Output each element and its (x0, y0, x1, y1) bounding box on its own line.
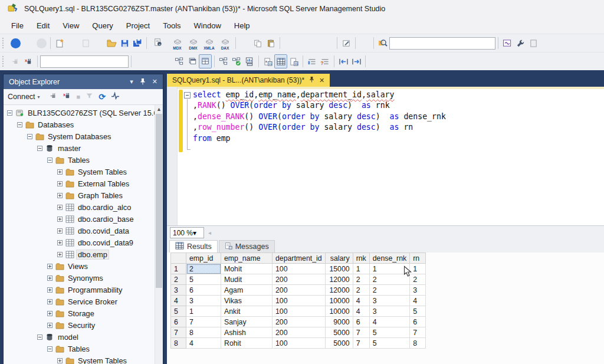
grid-cell[interactable]: Ankit (221, 306, 273, 317)
grid-cell[interactable]: Sanjay (221, 317, 273, 327)
tree-item-model[interactable]: model (4, 331, 155, 343)
copy-icon[interactable] (251, 36, 264, 50)
comment-icon[interactable] (306, 54, 319, 68)
grid-cell[interactable]: Rohit (221, 338, 273, 349)
grid-col-salary[interactable]: salary (325, 253, 353, 264)
overflow-icon[interactable] (527, 36, 540, 50)
expander-plus-icon[interactable] (47, 264, 52, 269)
new-mdx-query-button[interactable]: MDX (169, 36, 185, 50)
tree-item-graph-tables[interactable]: Graph Tables (4, 189, 155, 201)
find-icon[interactable] (376, 36, 389, 50)
tree-item-dbo-cardio-base[interactable]: dbo.cardio_base (4, 213, 155, 225)
menu-item-window[interactable]: Window (188, 18, 228, 33)
tab-messages[interactable]: Messages (219, 240, 275, 252)
row-number-cell[interactable]: 5 (171, 306, 186, 317)
specify-values-icon[interactable] (368, 54, 381, 68)
pin-icon[interactable] (140, 78, 146, 86)
expander-plus-icon[interactable] (57, 240, 63, 245)
tab-sqlquery1[interactable]: SQLQuery1.sql - BL...(ANT\ankiban (53))*… (167, 74, 330, 87)
live-stats-icon[interactable] (230, 54, 243, 68)
grid-cell[interactable]: 100 (273, 264, 326, 274)
tree-item-service-broker[interactable]: Service Broker (4, 296, 155, 307)
new-dax-query-button[interactable]: DAX (217, 36, 233, 50)
grid-cell[interactable]: 5 (369, 338, 409, 349)
grid-cell[interactable]: 3 (186, 296, 221, 306)
grid-cell[interactable]: 5000 (325, 338, 353, 349)
expander-minus-icon[interactable] (27, 134, 32, 139)
grid-cell[interactable]: 4 (353, 296, 369, 306)
tab-results[interactable]: Results (169, 240, 218, 252)
grid-cell[interactable]: Vikas (221, 296, 273, 306)
row-number-cell[interactable]: 7 (171, 327, 186, 338)
tree-item-dbo-cardio-alco[interactable]: dbo.cardio_alco (4, 201, 155, 213)
actual-plan-icon[interactable] (217, 54, 230, 68)
intellisense-enabled-icon[interactable] (199, 54, 212, 68)
paste-icon[interactable] (264, 36, 277, 50)
grid-cell[interactable]: 6 (410, 317, 426, 327)
grid-cell[interactable]: 5 (369, 327, 409, 338)
grid-cell[interactable]: Ashish (221, 327, 273, 338)
grid-col-dense_rnk[interactable]: dense_rnk (369, 253, 409, 264)
change-connection-icon[interactable]: x (22, 54, 35, 68)
grid-cell[interactable]: 8 (186, 327, 221, 338)
expander-minus-icon[interactable] (37, 146, 42, 151)
grid-cell[interactable]: 12000 (325, 285, 353, 296)
toolbar-grip[interactable] (2, 56, 5, 67)
grid-cell[interactable]: 9000 (325, 317, 353, 327)
disconnect-icon[interactable]: x (63, 91, 71, 102)
grid-col-emp_id[interactable]: emp_id (186, 253, 221, 264)
menu-item-tools[interactable]: Tools (156, 18, 187, 33)
grid-cell[interactable]: 2 (369, 285, 409, 296)
cut-icon[interactable] (238, 36, 251, 50)
tree-item-storage[interactable]: Storage (4, 307, 155, 319)
new-query-button[interactable]: + (149, 37, 169, 50)
menu-item-edit[interactable]: Edit (30, 18, 56, 33)
expander-plus-icon[interactable] (57, 205, 63, 210)
grid-cell[interactable]: 4 (353, 306, 369, 317)
expander-plus-icon[interactable] (57, 181, 63, 186)
refresh-icon[interactable]: ⟳ (99, 92, 106, 101)
grid-cell[interactable]: 5 (410, 306, 426, 317)
toolbar2-options-caret-icon[interactable] (381, 54, 394, 68)
grid-cell[interactable]: 6 (353, 317, 369, 327)
save-icon[interactable] (118, 36, 131, 50)
tree-item-security[interactable]: Security (4, 319, 155, 331)
available-databases-combo[interactable] (40, 55, 129, 68)
tab-pin-icon[interactable] (309, 76, 314, 84)
expander-plus-icon[interactable] (57, 228, 63, 234)
grid-cell[interactable]: 10000 (325, 296, 353, 306)
row-number-cell[interactable]: 3 (171, 285, 186, 296)
tab-close-icon[interactable]: ✕ (319, 77, 324, 84)
save-all-icon[interactable] (131, 36, 144, 50)
menu-item-help[interactable]: Help (228, 18, 257, 33)
undo-icon[interactable] (283, 36, 296, 50)
grid-col-rn[interactable]: rn (410, 253, 426, 264)
increase-indent-icon[interactable] (350, 54, 363, 68)
connect-dropdown[interactable]: Connect ▾ (8, 93, 44, 101)
expander-plus-icon[interactable] (57, 217, 63, 222)
grid-cell[interactable]: 7 (353, 327, 369, 338)
grid-cell[interactable]: 200 (273, 317, 326, 327)
grid-cell[interactable]: 1 (186, 306, 221, 317)
tree-item-synonyms[interactable]: Synonyms (4, 272, 155, 284)
tree-item-dbo-covid-data[interactable]: dbo.covid_data (4, 225, 155, 237)
decrease-indent-icon[interactable] (337, 54, 350, 68)
tree-item-system-tables[interactable]: System Tables (4, 355, 155, 364)
estimated-plan-icon[interactable] (173, 54, 186, 68)
grid-cell[interactable]: 1 (353, 264, 369, 274)
expander-minus-icon[interactable] (37, 335, 42, 340)
connect-object-icon[interactable] (49, 91, 57, 102)
grid-cell[interactable]: 100 (273, 296, 326, 306)
grid-cell[interactable]: 2 (353, 274, 369, 285)
close-icon[interactable]: ✕ (152, 78, 157, 86)
grid-cell[interactable]: 200 (273, 285, 326, 296)
expander-plus-icon[interactable] (47, 299, 52, 304)
grid-cell[interactable]: 3 (369, 296, 409, 306)
scroll-up-icon[interactable]: ▲ (155, 105, 163, 113)
tree-item-system-tables[interactable]: System Tables (4, 166, 155, 178)
menu-item-project[interactable]: Project (120, 18, 156, 33)
tree-item-databases[interactable]: Databases (4, 119, 155, 130)
grid-cell[interactable]: 100 (273, 306, 326, 317)
sql-code[interactable]: select emp_id,emp_name,department_id,sal… (193, 90, 446, 144)
activity-monitor-icon[interactable] (111, 92, 120, 101)
